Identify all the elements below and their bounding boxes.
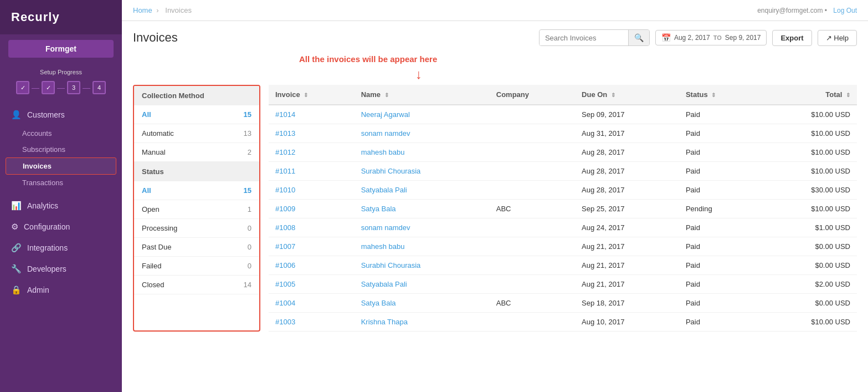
header-actions: 🔍 📅 Aug 2, 2017 TO Sep 9, 2017 Export ↗ … — [539, 29, 857, 46]
sidebar-item-analytics[interactable]: 📊 Analytics — [0, 195, 122, 216]
invoice-status: Paid — [679, 218, 759, 237]
invoice-name[interactable]: Satyabala Pali — [355, 275, 490, 294]
invoice-company — [490, 105, 575, 124]
invoice-name[interactable]: sonam namdev — [355, 218, 490, 237]
filter-collection-automatic[interactable]: Automatic 13 — [134, 124, 259, 143]
col-due-on[interactable]: Due On ⇕ — [575, 85, 679, 105]
sidebar-item-transactions[interactable]: Transactions — [0, 175, 122, 191]
invoice-status: Paid — [679, 237, 759, 256]
table-header-row: Invoice ⇕ Name ⇕ Company Due On ⇕ Status… — [269, 85, 857, 105]
filter-status-failed-label: Failed — [142, 262, 161, 270]
invoice-company — [490, 143, 575, 162]
filter-collection-all[interactable]: All 15 — [134, 105, 259, 124]
filter-collection-all-label: All — [142, 110, 151, 119]
filter-status-all[interactable]: All 15 — [134, 181, 259, 200]
step-1[interactable]: ✓ — [16, 81, 29, 94]
filter-status-all-count: 15 — [244, 186, 251, 195]
table-row: #1010 Satyabala Pali Aug 28, 2017 Paid $… — [269, 181, 857, 200]
filter-status-pastdue[interactable]: Past Due 0 — [134, 238, 259, 257]
step-3[interactable]: 3 — [67, 81, 80, 94]
invoice-status: Paid — [679, 105, 759, 124]
sidebar: Recurly Formget Setup Progress ✓ — ✓ — 3… — [0, 0, 122, 392]
invoice-company — [490, 162, 575, 181]
invoice-due-on: Aug 21, 2017 — [575, 275, 679, 294]
user-email: enquiry@formget.com — [757, 7, 823, 14]
logout-link[interactable]: Log Out — [833, 7, 857, 14]
filter-collection-manual[interactable]: Manual 2 — [134, 143, 259, 162]
step-4[interactable]: 4 — [93, 81, 106, 94]
filter-status-pastdue-count: 0 — [248, 243, 251, 251]
col-status[interactable]: Status ⇕ — [679, 85, 759, 105]
filter-status-open[interactable]: Open 1 — [134, 200, 259, 219]
sidebar-item-subscriptions[interactable]: Subscriptions — [0, 141, 122, 157]
setup-progress-label: Setup Progress — [0, 63, 122, 78]
invoice-status: Paid — [679, 124, 759, 143]
callout-arrow-icon: ↓ — [415, 67, 422, 82]
filter-status-closed-label: Closed — [142, 281, 164, 289]
sidebar-item-integrations[interactable]: 🔗 Integrations — [0, 237, 122, 258]
admin-label: Admin — [27, 286, 49, 294]
invoice-company — [490, 237, 575, 256]
invoice-company — [490, 181, 575, 200]
invoice-number[interactable]: #1006 — [269, 256, 355, 275]
sidebar-item-invoices[interactable]: Invoices — [6, 157, 116, 175]
invoice-number[interactable]: #1004 — [269, 294, 355, 313]
filter-status-processing-count: 0 — [248, 224, 251, 232]
table-row: #1005 Satyabala Pali Aug 21, 2017 Paid $… — [269, 275, 857, 294]
breadcrumb-home[interactable]: Home — [133, 6, 152, 14]
breadcrumb: Home › Invoices — [133, 6, 194, 14]
invoice-name[interactable]: Surabhi Chourasia — [355, 256, 490, 275]
step-2[interactable]: ✓ — [42, 81, 55, 94]
invoice-number[interactable]: #1014 — [269, 105, 355, 124]
account-button[interactable]: Formget — [8, 40, 114, 58]
invoice-company — [490, 124, 575, 143]
filter-status-processing[interactable]: Processing 0 — [134, 219, 259, 238]
date-range[interactable]: 📅 Aug 2, 2017 TO Sep 9, 2017 — [655, 30, 767, 45]
sidebar-item-configuration[interactable]: ⚙ Configuration — [0, 216, 122, 237]
search-input[interactable] — [540, 30, 628, 45]
filter-status-failed[interactable]: Failed 0 — [134, 257, 259, 276]
sidebar-item-customers[interactable]: 👤 Customers — [0, 104, 122, 125]
col-name[interactable]: Name ⇕ — [355, 85, 490, 105]
invoice-number[interactable]: #1012 — [269, 143, 355, 162]
invoice-status: Paid — [679, 162, 759, 181]
invoice-name[interactable]: Satyabala Pali — [355, 181, 490, 200]
invoice-number[interactable]: #1007 — [269, 237, 355, 256]
invoice-name[interactable]: Satya Bala — [355, 294, 490, 313]
invoice-name[interactable]: mahesh babu — [355, 143, 490, 162]
invoice-number[interactable]: #1010 — [269, 181, 355, 200]
invoice-name[interactable]: Krishna Thapa — [355, 313, 490, 332]
filter-status-closed[interactable]: Closed 14 — [134, 276, 259, 294]
invoice-number[interactable]: #1005 — [269, 275, 355, 294]
invoice-number[interactable]: #1009 — [269, 200, 355, 218]
invoice-due-on: Aug 24, 2017 — [575, 218, 679, 237]
analytics-icon: 📊 — [11, 201, 22, 211]
sidebar-item-accounts[interactable]: Accounts — [0, 125, 122, 141]
calendar-icon: 📅 — [661, 33, 671, 42]
filter-status-open-count: 1 — [248, 205, 251, 213]
invoice-due-on: Aug 28, 2017 — [575, 162, 679, 181]
search-button[interactable]: 🔍 — [628, 30, 649, 45]
export-button[interactable]: Export — [772, 30, 811, 46]
invoice-number[interactable]: #1003 — [269, 313, 355, 332]
analytics-label: Analytics — [27, 201, 58, 210]
filter-collection-automatic-count: 13 — [244, 129, 251, 138]
invoice-name[interactable]: Surabhi Chourasia — [355, 162, 490, 181]
customers-section: 👤 Customers Accounts Subscriptions Invoi… — [0, 100, 122, 195]
invoice-name[interactable]: Neeraj Agarwal — [355, 105, 490, 124]
help-button[interactable]: ↗ Help — [818, 30, 857, 46]
table-row: #1008 sonam namdev Aug 24, 2017 Paid $1.… — [269, 218, 857, 237]
sidebar-item-developers[interactable]: 🔧 Developers — [0, 258, 122, 279]
invoice-total: $10.00 USD — [759, 105, 857, 124]
col-total[interactable]: Total ⇕ — [759, 85, 857, 105]
table-row: #1004 Satya Bala ABC Sep 18, 2017 Paid $… — [269, 294, 857, 313]
invoice-name[interactable]: Satya Bala — [355, 200, 490, 218]
col-invoice[interactable]: Invoice ⇕ — [269, 85, 355, 105]
invoice-number[interactable]: #1008 — [269, 218, 355, 237]
invoice-name[interactable]: sonam namdev — [355, 124, 490, 143]
sidebar-item-admin[interactable]: 🔒 Admin — [0, 279, 122, 301]
invoice-number[interactable]: #1011 — [269, 162, 355, 181]
invoice-name[interactable]: mahesh babu — [355, 237, 490, 256]
invoice-number[interactable]: #1013 — [269, 124, 355, 143]
invoice-status: Paid — [679, 275, 759, 294]
